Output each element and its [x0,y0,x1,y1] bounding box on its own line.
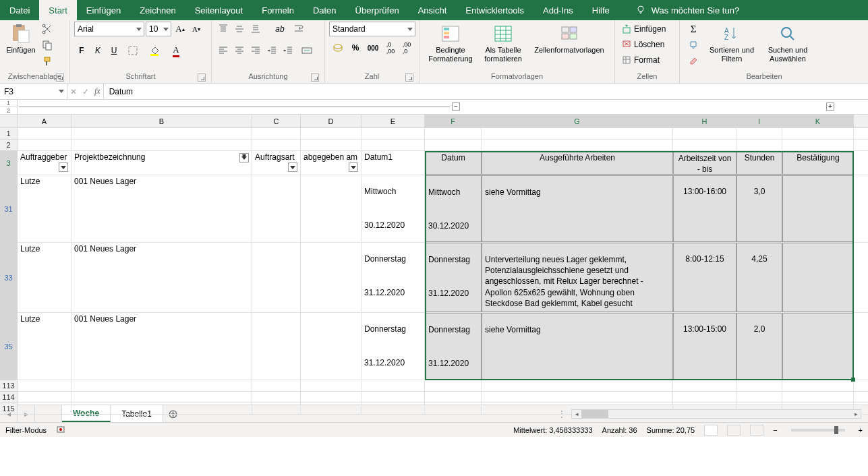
delete-cells-button[interactable]: Löschen [619,37,667,52]
col-header-A[interactable]: A [18,115,71,127]
tab-ueberpruefen[interactable]: Überprüfen [346,0,409,20]
autosum-button[interactable]: Σ [684,22,703,36]
cell-A35[interactable]: Lutze [18,313,71,380]
cell-E3[interactable]: Datum1 [361,151,425,175]
italic-button[interactable]: K [90,43,105,58]
tab-zeichnen[interactable]: Zeichnen [130,0,185,20]
underline-button[interactable]: U [107,43,121,58]
col-header-I[interactable]: I [736,115,782,127]
cell-G3[interactable]: Ausgeführte Arbeiten [482,151,673,175]
view-normal-button[interactable] [704,425,718,436]
tab-datei[interactable]: Datei [0,0,39,20]
view-page-layout-button[interactable] [727,425,741,436]
cell-H31[interactable]: 13:00-16:00 [673,175,736,242]
thousands-button[interactable]: 000 [364,40,382,55]
sort-filter-button[interactable]: AZ Sortieren und Filtern [705,22,759,65]
align-right-button[interactable] [248,43,263,58]
cell-C3[interactable]: Auftragsart [252,151,301,175]
cell-B31[interactable]: 001 Neues Lager [71,175,252,242]
tellme-search[interactable]: Was möchten Sie tun? [626,0,749,20]
cell-E33[interactable]: Donnerstag31.12.2020 [361,243,425,312]
col-header-D[interactable]: D [301,115,361,127]
zoom-out-button[interactable]: − [773,426,777,434]
align-center-button[interactable] [232,43,247,58]
cell-C31[interactable] [252,175,301,242]
cell-I33[interactable]: 4,25 [736,243,782,312]
cell-G31[interactable]: siehe Vormittag [482,175,673,242]
cell-F33[interactable]: Donnerstag31.12.2020 [425,243,482,312]
fill-color-button[interactable] [144,43,165,58]
cell-G33[interactable]: Unterverteilung neues Lager geklemmt, Po… [482,243,673,312]
cell-A31[interactable]: Lutze [18,175,71,242]
outline-level-2[interactable]: 2 [0,107,17,114]
sheet-nav-first[interactable]: ◂ [0,405,18,422]
cell-C33[interactable] [252,243,301,312]
clipboard-launcher[interactable] [56,73,64,82]
col-header-B[interactable]: B [71,115,252,127]
cell-H33[interactable]: 8:00-12:15 [673,243,736,312]
cell-A33[interactable]: Lutze [18,243,71,312]
format-as-table-button[interactable]: Als Tabelle formatieren [480,22,527,65]
cell-K33[interactable] [782,243,854,312]
decrease-decimal-button[interactable]: ,00,0 [399,40,414,55]
insert-function-button[interactable]: fx [94,86,100,96]
tab-formeln[interactable]: Formeln [252,0,303,20]
shrink-font-button[interactable]: A▾ [189,22,204,36]
fill-button[interactable] [684,37,703,52]
number-launcher[interactable] [405,73,413,82]
macro-record-icon[interactable] [56,425,65,436]
row-header-3[interactable]: 3 [0,151,17,175]
row-header-33[interactable]: 33 [0,243,17,313]
tab-ansicht[interactable]: Ansicht [409,0,457,20]
cell-E35[interactable]: Donnerstag31.12.2020 [361,313,425,380]
col-header-H[interactable]: H [673,115,736,127]
align-launcher[interactable] [311,73,319,82]
align-middle-button[interactable] [232,22,247,36]
filter-D[interactable] [349,162,358,172]
borders-button[interactable] [123,43,143,58]
outline-level-1[interactable]: 1 [0,100,17,107]
decrease-indent-button[interactable] [264,43,279,58]
clear-button[interactable] [684,53,703,67]
paste-button[interactable]: Einfügen [4,22,38,56]
cell-K35[interactable] [782,313,854,380]
align-bottom-button[interactable] [248,22,263,36]
outline-collapse-button[interactable]: − [452,102,460,111]
select-all-corner[interactable] [0,115,17,128]
zoom-slider[interactable] [791,429,845,432]
tab-entwicklertools[interactable]: Entwicklertools [456,0,533,20]
cell-I3[interactable]: Stunden [736,151,782,175]
cell-K3[interactable]: Bestätigung [782,151,854,175]
align-top-button[interactable] [216,22,231,36]
cell-H35[interactable]: 13:00-15:00 [673,313,736,380]
cell-D31[interactable] [301,175,361,242]
find-select-button[interactable]: Suchen und Auswählen [761,22,815,65]
cell-F35[interactable]: Donnerstag31.12.2020 [425,313,482,380]
cell-A3[interactable]: Auftraggeber [18,151,71,175]
cell-F31[interactable]: Mittwoch30.12.2020 [425,175,482,242]
cell-B3[interactable]: Projektbezeichnung [71,151,252,175]
cell-styles-button[interactable]: Zellenformatvorlagen [529,22,610,56]
row-header-113[interactable]: 113 [0,380,17,392]
cell-D3[interactable]: abgegeben am [301,151,361,175]
row-header-2[interactable]: 2 [0,140,17,151]
tab-start[interactable]: Start [39,0,76,20]
cell-H3[interactable]: Arbeitszeit von - bis [673,151,736,175]
outline-expand-button[interactable]: + [826,102,834,111]
increase-decimal-button[interactable]: ,0,00 [383,40,398,55]
cell-I31[interactable]: 3,0 [736,175,782,242]
font-launcher[interactable] [198,73,206,82]
percent-button[interactable]: % [348,40,363,55]
row-header-1[interactable]: 1 [0,128,17,140]
cell-I35[interactable]: 2,0 [736,313,782,380]
confirm-formula-button[interactable]: ✓ [82,87,89,96]
name-box[interactable]: F3 [0,84,67,99]
cell-D35[interactable] [301,313,361,380]
filter-B[interactable] [239,153,249,162]
cancel-formula-button[interactable]: ✕ [70,87,77,96]
font-size-combo[interactable]: 10 [146,22,171,36]
wrap-text-button[interactable] [291,22,306,36]
formula-bar[interactable]: Datum [104,84,868,99]
col-header-C[interactable]: C [252,115,301,127]
tab-hilfe[interactable]: Hilfe [583,0,619,20]
